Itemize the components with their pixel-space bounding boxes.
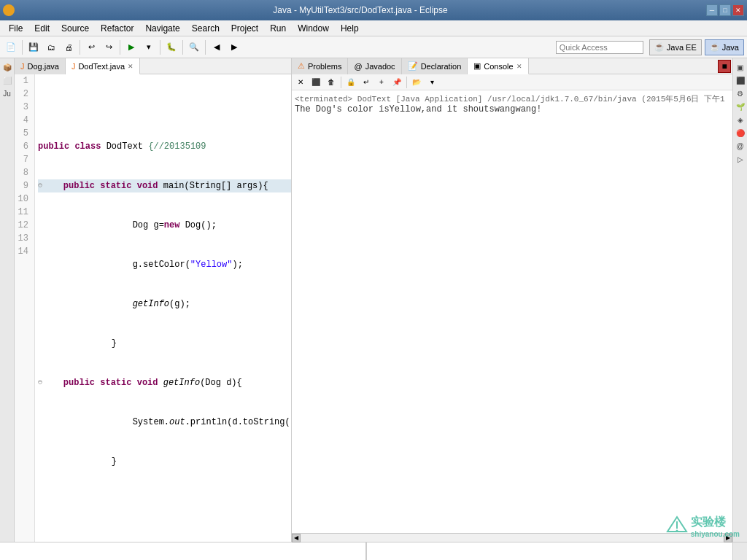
run-dropdown[interactable]: ▾ [141, 39, 157, 55]
scroll-left-btn[interactable]: ◀ [292, 534, 301, 542]
hierarchy-icon[interactable]: ⬜ [1, 74, 13, 86]
java-ee-perspective[interactable]: ☕ Java EE [649, 39, 702, 55]
tab-problems[interactable]: ⚠ Problems [292, 58, 348, 74]
print-button[interactable]: 🖨 [61, 39, 77, 55]
editor-area: J Dog.java J DodText.java ✕ 1 2 3 4 5 6 … [15, 58, 292, 542]
code-line-6: getInfo(g); [38, 298, 291, 311]
minimize-button[interactable]: ─ [706, 4, 718, 16]
new-console-button[interactable]: + [374, 76, 389, 89]
debug-button[interactable]: 🐛 [163, 39, 179, 55]
forward-button[interactable]: ▶ [226, 39, 242, 55]
code-line-9: System.out.println(d.toString()); [38, 416, 291, 429]
line-num-1: 1 [18, 74, 31, 88]
remove-launch-button[interactable]: 🗑 [324, 76, 338, 89]
rs-icon-1[interactable]: ▣ [735, 61, 746, 73]
new-button[interactable]: 📄 [3, 39, 19, 55]
rs-icon-6[interactable]: 🔴 [735, 127, 746, 139]
console-menu-button[interactable]: ▾ [425, 76, 439, 89]
menu-help[interactable]: Help [335, 22, 365, 35]
console-sep-1 [341, 77, 341, 88]
tab-declaration[interactable]: 📝 Declaration [402, 58, 468, 74]
maximize-button[interactable]: □ [719, 4, 731, 16]
clear-console-button[interactable]: ✕ [293, 76, 308, 89]
menu-window[interactable]: Window [292, 22, 335, 35]
rs-icon-2[interactable]: ⬛ [735, 74, 746, 86]
save-button[interactable]: 💾 [26, 39, 42, 55]
toolbar-separator-5 [182, 40, 183, 55]
window-controls: ─ □ ✕ [706, 4, 744, 16]
open-console-button[interactable]: 📂 [409, 76, 424, 89]
run-button[interactable]: ▶ [123, 39, 139, 55]
toolbar-separator-4 [160, 40, 160, 55]
problems-icon: ⚠ [298, 61, 305, 71]
javadoc-icon: @ [354, 62, 362, 71]
code-content[interactable]: public class DodText {//20135109 ⊖ publi… [35, 74, 291, 542]
menu-file[interactable]: File [3, 22, 28, 35]
menu-refactor[interactable]: Refactor [95, 22, 139, 35]
left-sidebar: 📦 ⬜ Ju [0, 58, 15, 542]
code-line-3: ⊖ public static void main(String[] args)… [38, 179, 291, 192]
menu-search[interactable]: Search [186, 22, 225, 35]
tab-console[interactable]: ▣ Console ✕ [468, 58, 528, 74]
line-num-14: 14 [18, 245, 31, 258]
stop-console-button[interactable]: ■ [718, 60, 731, 73]
search-button[interactable]: 🔍 [186, 39, 202, 55]
save-all-button[interactable]: 🗂 [43, 39, 59, 55]
code-editor[interactable]: 1 2 3 4 5 6 7 8 9 10 11 12 13 14 public … [15, 74, 291, 542]
editor-tabs: J Dog.java J DodText.java ✕ [15, 58, 291, 74]
code-line-10: } [38, 455, 291, 468]
svg-point-2 [676, 530, 678, 532]
dog-java-icon: J [20, 62, 25, 71]
quick-access-input[interactable] [556, 41, 643, 54]
console-sep-2 [406, 77, 407, 88]
line-num-9: 9 [18, 179, 31, 192]
close-button[interactable]: ✕ [732, 4, 744, 16]
menu-edit[interactable]: Edit [28, 22, 55, 35]
package-explorer-icon[interactable]: 📦 [1, 61, 13, 73]
rs-icon-5[interactable]: ◈ [735, 114, 746, 125]
bottom-right-area [366, 542, 732, 560]
tab-javadoc[interactable]: @ Javadoc [348, 58, 401, 74]
toolbar-separator-1 [22, 40, 23, 55]
window-title: Java - MyUtilText3/src/DodText.java - Ec… [15, 5, 706, 15]
line-num-7: 7 [18, 153, 31, 166]
undo-button[interactable]: ↩ [83, 39, 99, 55]
line-num-10: 10 [18, 192, 31, 206]
tab-dog-java[interactable]: J Dog.java [15, 58, 66, 74]
line-num-5: 5 [18, 127, 31, 140]
console-label: Console [484, 62, 513, 71]
toolbar: 📄 💾 🗂 🖨 ↩ ↪ ▶ ▾ 🐛 🔍 ◀ ▶ ☕ Java EE ☕ Java [0, 36, 747, 58]
menu-source[interactable]: Source [55, 22, 95, 35]
word-wrap-button[interactable]: ↵ [359, 76, 374, 89]
java-perspective[interactable]: ☕ Java [705, 39, 744, 55]
watermark-url: shiyanou.com [691, 530, 740, 538]
menu-bar: File Edit Source Refactor Navigate Searc… [0, 20, 747, 36]
right-sidebar: ▣ ⬛ ⚙ 🌱 ◈ 🔴 @ ▷ [732, 58, 747, 542]
dodtext-java-icon: J [71, 62, 76, 71]
console-header: <terminated> DodText [Java Application] … [295, 93, 729, 104]
rs-icon-3[interactable]: ⚙ [735, 88, 746, 99]
tab-dodtext-java[interactable]: J DodText.java ✕ [66, 58, 140, 74]
line-num-13: 13 [18, 232, 31, 245]
console-toolbar: ✕ ⬛ 🗑 🔒 ↵ + 📌 📂 ▾ [292, 74, 732, 90]
line-numbers: 1 2 3 4 5 6 7 8 9 10 11 12 13 14 [15, 74, 35, 542]
rs-icon-7[interactable]: @ [735, 140, 746, 152]
menu-navigate[interactable]: Navigate [139, 22, 185, 35]
redo-button[interactable]: ↪ [101, 39, 117, 55]
rs-icon-4[interactable]: 🌱 [735, 101, 746, 112]
java-icon: ☕ [710, 42, 720, 52]
watermark: 实验楼 shiyanou.com [666, 515, 740, 538]
outline-icon[interactable]: Ju [1, 88, 13, 99]
close-console-tab[interactable]: ✕ [516, 63, 522, 70]
back-button[interactable]: ◀ [209, 39, 225, 55]
quick-access[interactable] [556, 41, 643, 54]
scroll-lock-button[interactable]: 🔒 [344, 76, 358, 89]
menu-project[interactable]: Project [225, 22, 264, 35]
terminate-button[interactable]: ⬛ [309, 76, 323, 89]
close-dodtext-tab[interactable]: ✕ [128, 63, 133, 70]
menu-run[interactable]: Run [264, 22, 292, 35]
watermark-text: 实验楼 [691, 515, 740, 530]
pin-console-button[interactable]: 📌 [390, 76, 404, 89]
rs-icon-8[interactable]: ▷ [735, 153, 746, 165]
code-line-5: g.setColor("Yellow"); [38, 258, 291, 271]
